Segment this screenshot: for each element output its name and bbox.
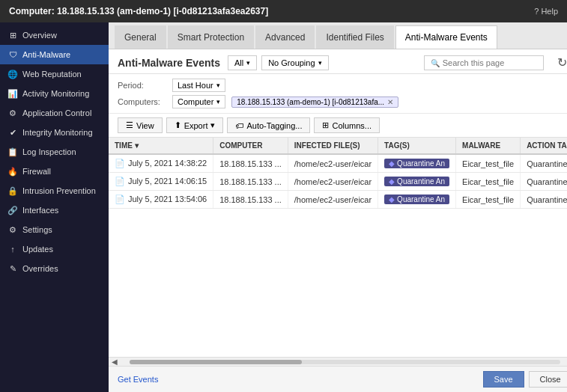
export-icon: ⬆ (175, 120, 181, 130)
all-filter-dropdown[interactable]: All (228, 55, 257, 70)
content-area: GeneralSmart ProtectionAdvancedIdentifie… (109, 22, 567, 392)
grouping-filter-dropdown[interactable]: No Grouping (261, 55, 328, 70)
cell-action-taken: Quarantine... (521, 191, 567, 209)
sidebar-item-settings[interactable]: ⚙ Settings (0, 220, 109, 239)
row-icon: 📄 (115, 177, 125, 186)
page-header: Anti-Malware Events All No Grouping 🔍 ↻ (109, 49, 567, 74)
tag-badge: ◆Quarantine An (384, 177, 449, 186)
scroll-thumb[interactable] (130, 360, 302, 364)
horizontal-scrollbar[interactable]: ◀ ▶ (109, 357, 567, 366)
auto-tagging-button[interactable]: 🏷 Auto-Tagging... (227, 117, 310, 133)
cell-time: 📄July 5, 2021 14:38:22 (109, 154, 213, 173)
sidebar-item-interfaces[interactable]: 🔗 Interfaces (0, 200, 109, 220)
header: Computer: 18.188.15.133 (am-demo-1) [i-0… (0, 0, 567, 22)
row-icon: 📄 (115, 159, 125, 168)
cell-malware: Eicar_test_file (456, 173, 521, 191)
close-button[interactable]: Close (529, 371, 567, 388)
sidebar-label-firewall: Firewall (22, 167, 51, 176)
table-header: TIME ▾COMPUTERINFECTED FILE(S)TAG(S)MALW… (109, 138, 567, 154)
table-row[interactable]: 📄July 5, 2021 14:38:2218.188.15.133 .../… (109, 154, 567, 173)
view-button[interactable]: ☰ View (118, 117, 163, 133)
scroll-track (130, 360, 560, 364)
bottom-bar: Get Events Save Close (109, 366, 567, 392)
col-computer: COMPUTER (213, 138, 288, 154)
period-select[interactable]: Last Hour (172, 79, 225, 92)
cell-tags: ◆Quarantine An (378, 154, 456, 173)
sidebar-item-log-inspection[interactable]: 📋 Log Inspection (0, 142, 109, 162)
sidebar-item-intrusion-prevention[interactable]: 🔒 Intrusion Prevention (0, 181, 109, 200)
tab-identified-files[interactable]: Identified Files (316, 25, 393, 49)
sidebar-label-settings: Settings (22, 225, 52, 234)
scroll-left-arrow[interactable]: ◀ (112, 358, 118, 366)
header-title: Computer: 18.188.15.133 (am-demo-1) [i-0… (9, 6, 268, 16)
sidebar-icon-settings: ⚙ (7, 224, 18, 235)
sidebar-icon-activity-monitoring: 📊 (7, 88, 18, 99)
sidebar-icon-updates: ↑ (7, 244, 18, 254)
events-table-wrapper: TIME ▾COMPUTERINFECTED FILE(S)TAG(S)MALW… (109, 138, 567, 357)
computers-tag-remove[interactable]: ✕ (387, 98, 393, 106)
table-header-row: TIME ▾COMPUTERINFECTED FILE(S)TAG(S)MALW… (109, 138, 567, 154)
sidebar-item-web-reputation[interactable]: 🌐 Web Reputation (0, 64, 109, 84)
page-content: Anti-Malware Events All No Grouping 🔍 ↻ … (109, 49, 567, 392)
computers-select[interactable]: Computer (172, 95, 225, 108)
tag-diamond-icon: ◆ (389, 177, 395, 186)
cell-time: 📄July 5, 2021 13:54:06 (109, 191, 213, 209)
cell-malware: Eicar_test_file (456, 154, 521, 173)
cell-infected-files: /home/ec2-user/eicar (288, 154, 378, 173)
sidebar-icon-firewall: 🔥 (7, 166, 18, 177)
sidebar-item-firewall[interactable]: 🔥 Firewall (0, 162, 109, 181)
filter-row: All No Grouping (228, 55, 329, 70)
save-button[interactable]: Save (483, 371, 524, 388)
sidebar-label-interfaces: Interfaces (22, 206, 58, 215)
cell-tags: ◆Quarantine An (378, 173, 456, 191)
sidebar-label-overview: Overview (22, 31, 57, 40)
tab-anti-malware-events[interactable]: Anti-Malware Events (395, 25, 497, 49)
toolbar: ☰ View ⬆ Export ▾ 🏷 Auto-Tagging... ⊞ Co… (109, 114, 567, 138)
columns-icon: ⊞ (322, 120, 329, 130)
sidebar-label-integrity-monitoring: Integrity Monitoring (22, 128, 93, 137)
tab-advanced[interactable]: Advanced (255, 25, 315, 49)
tab-general[interactable]: General (115, 25, 166, 49)
tag-badge: ◆Quarantine An (384, 159, 449, 168)
sidebar-item-overview[interactable]: ⊞ Overview (0, 25, 109, 45)
cell-computer: 18.188.15.133 ... (213, 154, 288, 173)
cell-malware: Eicar_test_file (456, 191, 521, 209)
period-filter-line: Period: Last Hour (118, 79, 567, 92)
cell-action-taken: Quarantine... (521, 154, 567, 173)
col-action-taken: ACTION TA... (521, 138, 567, 154)
tab-smart-protection[interactable]: Smart Protection (168, 25, 254, 49)
get-events-link[interactable]: Get Events (118, 375, 158, 384)
sidebar-item-anti-malware[interactable]: 🛡 Anti-Malware (0, 45, 109, 64)
sidebar-item-overrides[interactable]: ✎ Overrides (0, 259, 109, 278)
computers-label: Computers: (118, 97, 166, 106)
col-tags: TAG(S) (378, 138, 456, 154)
sidebar-item-activity-monitoring[interactable]: 📊 Activity Monitoring (0, 84, 109, 103)
cell-infected-files: /home/ec2-user/eicar (288, 173, 378, 191)
tabs-bar: GeneralSmart ProtectionAdvancedIdentifie… (109, 22, 567, 49)
export-button[interactable]: ⬆ Export ▾ (166, 117, 224, 133)
tag-diamond-icon: ◆ (389, 159, 395, 168)
table-row[interactable]: 📄July 5, 2021 14:06:1518.188.15.133 .../… (109, 173, 567, 191)
sidebar-icon-web-reputation: 🌐 (7, 69, 18, 79)
sidebar-item-updates[interactable]: ↑ Updates (0, 239, 109, 259)
cell-time: 📄July 5, 2021 14:06:15 (109, 173, 213, 191)
sidebar: ⊞ Overview 🛡 Anti-Malware 🌐 Web Reputati… (0, 22, 109, 392)
help-button[interactable]: ? Help (534, 7, 558, 16)
sidebar-label-anti-malware: Anti-Malware (22, 50, 70, 59)
cell-computer: 18.188.15.133 ... (213, 191, 288, 209)
refresh-icon[interactable]: ↻ (557, 56, 567, 69)
tag-diamond-icon: ◆ (389, 195, 395, 203)
search-input[interactable] (443, 58, 540, 67)
sidebar-item-application-control[interactable]: ⚙ Application Control (0, 103, 109, 123)
col-malware: MALWARE (456, 138, 521, 154)
cell-action-taken: Quarantine... (521, 173, 567, 191)
events-table: TIME ▾COMPUTERINFECTED FILE(S)TAG(S)MALW… (109, 138, 567, 209)
sidebar-label-activity-monitoring: Activity Monitoring (22, 89, 89, 98)
sidebar-item-integrity-monitoring[interactable]: ✔ Integrity Monitoring (0, 123, 109, 142)
sidebar-icon-anti-malware: 🛡 (7, 49, 18, 60)
table-row[interactable]: 📄July 5, 2021 13:54:0618.188.15.133 .../… (109, 191, 567, 209)
sidebar-label-log-inspection: Log Inspection (22, 147, 76, 156)
sidebar-icon-application-control: ⚙ (7, 108, 18, 118)
columns-button[interactable]: ⊞ Columns... (314, 117, 380, 133)
cell-tags: ◆Quarantine An (378, 191, 456, 209)
